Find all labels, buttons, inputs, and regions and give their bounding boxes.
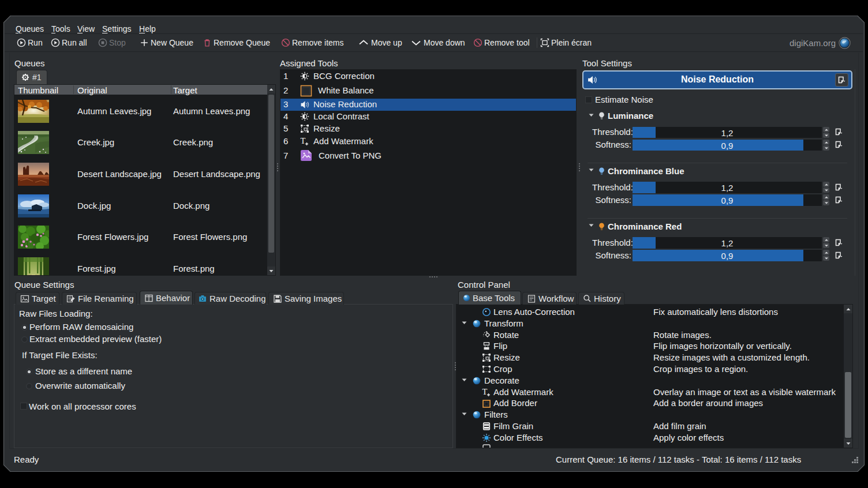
svg-text:T: T	[482, 388, 488, 396]
svg-text:T: T	[301, 137, 306, 145]
